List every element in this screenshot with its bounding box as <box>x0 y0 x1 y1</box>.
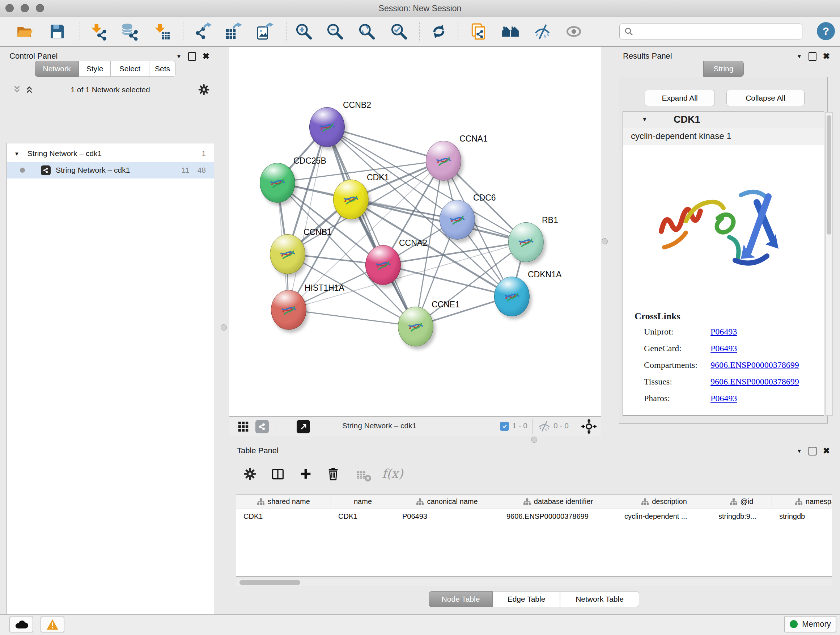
crosslink-pharos-link[interactable]: P06493 <box>711 394 737 403</box>
close-panel-icon[interactable]: ✖ <box>823 446 830 456</box>
network-canvas[interactable]: CCNB2CCNA1CDC25BCDK1CDC6RB1CCNB1CCNA2CDK… <box>229 47 601 416</box>
node-table[interactable]: shared name name canonical name database… <box>236 494 832 577</box>
column-header-name[interactable]: name <box>331 494 395 509</box>
export-table-icon[interactable] <box>223 21 243 42</box>
crosslink-genecard-link[interactable]: P06493 <box>711 344 737 353</box>
toolbar-separator <box>419 21 420 42</box>
table-cell[interactable]: CDK1 <box>331 509 395 524</box>
column-header-namespace[interactable]: namespace <box>772 494 832 509</box>
tab-node-table[interactable]: Node Table <box>429 591 493 607</box>
network-node-CCNB2[interactable] <box>309 107 345 147</box>
create-column-icon[interactable] <box>299 467 313 481</box>
network-node-CCNB1[interactable] <box>270 234 305 274</box>
column-header-canonical-name[interactable]: canonical name <box>395 494 499 509</box>
network-row[interactable]: String Network – cdk1 11 48 <box>7 162 214 179</box>
hide-selected-icon[interactable] <box>532 21 553 42</box>
refresh-view-icon[interactable] <box>429 21 449 42</box>
column-header-description[interactable]: description <box>617 494 711 509</box>
table-cell[interactable]: cyclin-dependent ... <box>617 509 711 524</box>
show-columns-icon[interactable] <box>271 468 284 481</box>
network-node-CCNA2[interactable] <box>365 245 401 285</box>
cloud-status-button[interactable] <box>9 616 33 632</box>
window-title: Session: New Session <box>0 4 840 13</box>
tab-network-table[interactable]: Network Table <box>560 591 639 607</box>
show-all-icon[interactable] <box>564 21 584 42</box>
column-header-shared-name[interactable]: shared name <box>236 494 331 509</box>
result-card-header[interactable]: ▼ CDK1 <box>623 112 824 128</box>
selected-checkbox-icon[interactable] <box>500 422 509 431</box>
close-panel-icon[interactable]: ✖ <box>202 51 210 61</box>
save-session-icon[interactable] <box>47 21 67 42</box>
float-panel-icon[interactable]: ▼ <box>176 53 182 59</box>
expand-all-networks-icon[interactable] <box>25 85 33 94</box>
network-node-CDC25B[interactable] <box>260 163 295 203</box>
network-node-HIST1H1A[interactable] <box>271 290 306 330</box>
export-network-icon[interactable] <box>193 21 213 42</box>
zoom-fit-icon[interactable] <box>357 21 377 42</box>
collection-expand-icon[interactable]: ▼ <box>14 150 19 157</box>
network-edge-count: 48 <box>197 166 206 174</box>
footer-separator <box>532 419 533 434</box>
maximize-panel-icon[interactable] <box>808 52 816 61</box>
grid-view-icon[interactable] <box>237 421 249 432</box>
network-node-CDKN1A[interactable] <box>494 277 530 317</box>
table-options-gear-icon[interactable] <box>244 468 256 480</box>
import-network-icon[interactable] <box>88 21 109 42</box>
help-icon[interactable]: ? <box>817 22 835 40</box>
copy-network-icon[interactable] <box>468 21 488 42</box>
memory-button[interactable]: Memory <box>784 616 836 632</box>
search-input[interactable] <box>633 27 794 36</box>
collapse-all-networks-icon[interactable] <box>13 85 21 94</box>
delete-column-trash-icon[interactable] <box>326 467 340 481</box>
zoom-selected-icon[interactable] <box>389 21 409 42</box>
table-cell[interactable]: stringdb:9... <box>711 509 772 524</box>
results-scrollbar-thumb[interactable] <box>827 115 831 234</box>
maximize-panel-icon[interactable] <box>188 52 196 61</box>
crosslink-tissues-link[interactable]: 9606.ENSP00000378699 <box>711 377 799 386</box>
zoom-in-icon[interactable] <box>294 21 314 42</box>
left-splitter-handle[interactable] <box>221 325 227 331</box>
string-badge-icon[interactable] <box>256 420 269 433</box>
first-neighbors-icon[interactable] <box>500 21 521 42</box>
tab-network[interactable]: Network <box>35 61 79 77</box>
table-horizontal-scrollbar[interactable] <box>236 579 832 586</box>
expand-all-button[interactable]: Expand All <box>645 90 715 106</box>
close-panel-icon[interactable]: ✖ <box>823 51 830 61</box>
import-network-from-database-icon[interactable] <box>119 21 140 42</box>
bottom-splitter-handle[interactable] <box>531 437 537 443</box>
float-panel-icon[interactable]: ▼ <box>797 53 802 59</box>
crosslink-uniprot-link[interactable]: P06493 <box>711 327 737 337</box>
table-cell[interactable]: 9606.ENSP00000378699 <box>499 509 617 524</box>
open-session-icon[interactable] <box>14 21 35 42</box>
table-cell[interactable]: stringdb <box>772 509 832 524</box>
network-node-CDC6[interactable] <box>439 200 475 240</box>
collapse-entry-icon[interactable]: ▼ <box>642 116 647 123</box>
network-node-CDK1[interactable] <box>333 180 369 219</box>
hidden-items-icon[interactable] <box>538 420 551 433</box>
network-node-CCNE1[interactable] <box>398 307 433 347</box>
export-image-icon[interactable] <box>254 21 275 42</box>
tab-string[interactable]: String <box>703 61 744 77</box>
column-header-database-identifier[interactable]: database identifier <box>499 494 617 509</box>
network-node-RB1[interactable] <box>508 222 544 262</box>
fit-selected-crosshair-icon[interactable] <box>581 418 597 434</box>
tab-select[interactable]: Select <box>111 61 149 77</box>
open-in-new-window-icon[interactable] <box>297 420 310 433</box>
zoom-out-icon[interactable] <box>325 21 345 42</box>
network-collection-row[interactable]: ▼ String Network – cdk1 1 <box>7 145 214 162</box>
column-header-id[interactable]: @id <box>711 494 772 509</box>
tab-style[interactable]: Style <box>79 61 111 77</box>
float-panel-icon[interactable]: ▼ <box>797 448 802 454</box>
warnings-button[interactable] <box>41 616 65 632</box>
table-cell[interactable]: P06493 <box>395 509 499 524</box>
collapse-all-button[interactable]: Collapse All <box>726 90 805 106</box>
maximize-panel-icon[interactable] <box>808 447 816 455</box>
tab-edge-table[interactable]: Edge Table <box>493 591 560 607</box>
network-node-CCNA1[interactable] <box>426 141 461 181</box>
tab-sets[interactable]: Sets <box>149 61 176 77</box>
table-cell[interactable]: CDK1 <box>236 509 331 524</box>
crosslink-compartments-link[interactable]: 9606.ENSP00000378699 <box>711 360 799 370</box>
import-table-icon[interactable] <box>152 21 172 42</box>
table-scrollbar-thumb[interactable] <box>240 580 300 585</box>
network-options-gear-icon[interactable] <box>198 84 210 95</box>
